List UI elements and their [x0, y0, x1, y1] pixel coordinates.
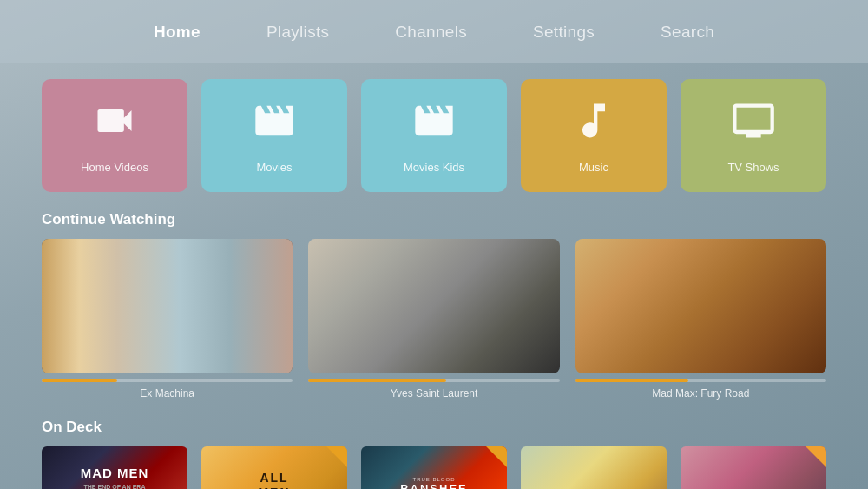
od-thumb-allmen: ALLMEN [201, 446, 347, 489]
banshee-overlay: TRUE BLOOD BANSHEE [361, 446, 507, 489]
progress-bar-yves [308, 379, 446, 382]
progress-bar-container-madmax [575, 379, 826, 382]
main-content: Home Videos Movies Movies Kids Music TV [0, 63, 868, 489]
music-icon [571, 98, 616, 152]
category-home-videos-label: Home Videos [81, 161, 148, 174]
category-movies-kids[interactable]: Movies Kids [361, 79, 507, 192]
tv-icon [731, 98, 776, 152]
nav-home[interactable]: Home [121, 23, 233, 42]
film-kids-icon [411, 98, 457, 152]
continue-watching-row: Ex Machina Yves Saint Laurent Mad Max: F… [42, 239, 826, 400]
od-item-banshee[interactable]: TRUE BLOOD BANSHEE [361, 446, 507, 489]
category-music-label: Music [579, 161, 608, 174]
progress-bar-container-yves [308, 379, 559, 382]
od-item-4[interactable] [521, 446, 667, 489]
cw-thumb-ex-machina [42, 239, 293, 373]
corner-accent-5 [806, 446, 826, 467]
progress-bar-madmax [575, 379, 688, 382]
cw-label-madmax: Mad Max: Fury Road [575, 387, 826, 400]
navigation: Home Playlists Channels Settings Search [0, 0, 868, 63]
category-movies-label: Movies [256, 161, 292, 174]
od-thumb-4 [521, 446, 667, 489]
cw-label-ex-machina: Ex Machina [42, 387, 293, 400]
corner-accent-banshee [486, 446, 507, 467]
category-tv-shows[interactable]: TV Shows [681, 79, 826, 192]
category-tiles: Home Videos Movies Movies Kids Music TV [42, 79, 826, 192]
od-thumb-banshee: TRUE BLOOD BANSHEE [361, 446, 507, 489]
madmen-overlay: Mad Men The End of an Era amc Sunday Apr… [74, 458, 156, 489]
cw-thumb-yves [308, 239, 559, 373]
cw-item-madmax[interactable]: Mad Max: Fury Road [575, 239, 826, 400]
allmen-overlay: ALLMEN [201, 446, 347, 489]
category-tv-shows-label: TV Shows [727, 161, 779, 174]
on-deck-row: Mad Men The End of an Era amc Sunday Apr… [42, 446, 826, 489]
category-movies-kids-label: Movies Kids [404, 161, 464, 174]
category-music[interactable]: Music [521, 79, 667, 192]
od-item-madmen[interactable]: Mad Men The End of an Era amc Sunday Apr… [42, 446, 187, 489]
on-deck-title: On Deck [42, 419, 826, 436]
od-item-5[interactable] [681, 446, 826, 489]
cw-item-yves[interactable]: Yves Saint Laurent [308, 239, 559, 400]
nav-channels[interactable]: Channels [362, 23, 500, 42]
film-icon [252, 98, 297, 152]
cw-label-yves: Yves Saint Laurent [308, 387, 559, 400]
nav-search[interactable]: Search [628, 23, 747, 42]
nav-playlists[interactable]: Playlists [233, 23, 362, 42]
od-thumb-madmen: Mad Men The End of an Era amc Sunday Apr… [42, 446, 187, 489]
continue-watching-title: Continue Watching [42, 211, 826, 228]
cw-item-ex-machina[interactable]: Ex Machina [42, 239, 293, 400]
video-icon [92, 98, 137, 152]
cw-thumb-madmax [575, 239, 826, 373]
category-movies[interactable]: Movies [201, 79, 347, 192]
nav-settings[interactable]: Settings [500, 23, 628, 42]
corner-accent-allmen [326, 446, 347, 467]
od-item-allmen[interactable]: ALLMEN [201, 446, 347, 489]
category-home-videos[interactable]: Home Videos [42, 79, 187, 192]
progress-bar-ex-machina [42, 379, 117, 382]
od-thumb-5 [681, 446, 826, 489]
progress-bar-container-ex-machina [42, 379, 293, 382]
